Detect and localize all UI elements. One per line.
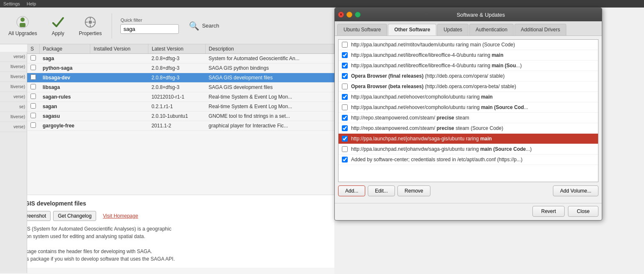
sidebar-item: se) <box>0 102 27 112</box>
repo-list-item[interactable]: http://ppa.launchpad.net/libreoffice/lib… <box>339 61 598 71</box>
repo-checkbox[interactable] <box>342 157 348 162</box>
repo-checkbox[interactable] <box>342 94 348 100</box>
row-status <box>27 121 39 131</box>
repo-checkbox[interactable] <box>342 84 348 89</box>
col-desc: Description <box>205 44 334 54</box>
sidebar-item: verse) <box>0 52 27 62</box>
tab-updates[interactable]: Updates <box>437 24 468 36</box>
repo-list-item[interactable]: Opera Browser (final releases) (http://d… <box>339 71 598 81</box>
table-row[interactable]: libsaga-dev 2.0.8+dfsg-3 SAGA GIS develo… <box>27 73 334 83</box>
get-changelog-button[interactable]: Get Changelog <box>53 211 96 221</box>
all-upgrades-label: All Upgrades <box>8 30 37 36</box>
table-row[interactable]: sagasu 2.0.10-1ubuntu1 GNOME tool to fin… <box>27 112 334 121</box>
row-latest-version: 10212010-r1-1 <box>148 92 205 102</box>
repo-url-text: http://repo.steampowered.com/steam/ prec… <box>351 125 503 131</box>
dialog-content: http://ppa.launchpad.net/mtitov/taudem/u… <box>335 36 602 203</box>
search-button[interactable]: 🔍 Search <box>182 18 226 33</box>
row-package-name: libsaga-dev <box>39 73 90 83</box>
repo-list-item[interactable]: http://repo.steampowered.com/steam/ prec… <box>339 123 598 134</box>
row-package-name: sagan <box>39 102 90 112</box>
row-description: Real-time System & Event Log Mon... <box>205 102 334 112</box>
toolbar-separator <box>112 13 112 38</box>
repo-checkbox[interactable] <box>342 73 348 79</box>
all-upgrades-button[interactable]: All Upgrades <box>3 13 42 39</box>
repo-list-item[interactable]: http://ppa.launchpad.net/libreoffice/lib… <box>339 50 598 61</box>
row-checkbox[interactable] <box>31 55 36 61</box>
sidebar-item: verse) <box>0 122 27 132</box>
row-checkbox[interactable] <box>31 113 36 118</box>
tab-other-software[interactable]: Other Software <box>388 24 436 36</box>
tab-authentication[interactable]: Authentication <box>469 24 514 36</box>
repo-list-item[interactable]: http://ppa.launchpad.net/johanvdw/saga-g… <box>339 134 598 144</box>
sidebar-item: ltiverse) <box>0 72 27 82</box>
repo-list-item[interactable]: http://ppa.launchpad.net/ehoover/comphol… <box>339 102 598 113</box>
row-status <box>27 112 39 121</box>
repo-checkbox[interactable] <box>342 136 348 142</box>
col-latest: Latest Version <box>148 44 205 54</box>
left-sidebar: verse) ltiverse) ltiverse) ltiverse) ver… <box>0 52 27 195</box>
repo-url-text: http://repo.steampowered.com/steam/ prec… <box>351 115 469 121</box>
properties-button[interactable]: Properties <box>74 13 107 39</box>
table-row[interactable]: saga 2.0.8+dfsg-3 System for Automated G… <box>27 54 334 63</box>
row-checkbox[interactable] <box>31 84 36 89</box>
row-checkbox[interactable] <box>31 74 36 80</box>
repo-checkbox[interactable] <box>342 125 348 131</box>
row-checkbox[interactable] <box>31 103 36 109</box>
repo-checkbox[interactable] <box>342 63 348 68</box>
all-upgrades-icon <box>16 15 29 29</box>
toolbar: All Upgrades Apply <box>0 8 334 44</box>
dialog-close-button[interactable]: ✕ <box>338 12 344 18</box>
repo-url-text: http://ppa.launchpad.net/johanvdw/saga-g… <box>351 146 532 152</box>
dialog-minimize-button[interactable] <box>346 12 352 18</box>
dialog-actions: Add... Edit... Remove Add Volume... <box>338 185 598 196</box>
table-row[interactable]: sagan 0.2.1.r1-1 Real-time System & Even… <box>27 102 334 112</box>
properties-label: Properties <box>79 30 102 36</box>
apply-button[interactable]: Apply <box>46 13 71 39</box>
table-row[interactable]: gargoyle-free 2011.1-2 graphical player … <box>27 121 334 131</box>
row-status <box>27 54 39 63</box>
repo-checkbox[interactable] <box>342 42 348 48</box>
repo-url-text: http://ppa.launchpad.net/ehoover/comphol… <box>351 104 528 110</box>
add-volume-button[interactable]: Add Volume... <box>553 185 598 196</box>
repo-checkbox[interactable] <box>342 146 348 152</box>
repo-list-item[interactable]: http://repo.steampowered.com/steam/ prec… <box>339 113 598 123</box>
table-row[interactable]: sagan-rules 10212010-r1-1 Real-time Syst… <box>27 92 334 102</box>
repo-checkbox[interactable] <box>342 52 348 58</box>
close-button[interactable]: Close <box>568 206 598 217</box>
row-installed-version <box>90 102 148 112</box>
edit-repo-button[interactable]: Edit... <box>368 185 395 196</box>
repo-list-item[interactable]: Added by software-center; credentials st… <box>339 155 598 165</box>
dialog-maximize-button[interactable] <box>355 12 361 18</box>
search-icon: 🔍 <box>189 21 199 31</box>
add-repo-button[interactable]: Add... <box>338 185 365 196</box>
menu-help[interactable]: Help <box>27 1 36 6</box>
row-latest-version: 0.2.1.r1-1 <box>148 102 205 112</box>
visit-homepage-button[interactable]: Visit Homepage <box>99 211 143 221</box>
row-description: Real-time System & Event Log Mon... <box>205 92 334 102</box>
software-updates-dialog: ✕ Software & Updates Ubuntu Software Oth… <box>334 8 602 221</box>
repo-list-item[interactable]: http://ppa.launchpad.net/johanvdw/saga-g… <box>339 144 598 155</box>
repo-list-item[interactable]: http://ppa.launchpad.net/mtitov/taudem/u… <box>339 40 598 50</box>
row-checkbox[interactable] <box>31 94 36 99</box>
repo-list-item[interactable]: http://ppa.launchpad.net/ehoover/comphol… <box>339 92 598 102</box>
repo-checkbox[interactable] <box>342 115 348 121</box>
repo-list-item[interactable]: Opera Browser (beta releases) (http://de… <box>339 81 598 92</box>
repo-checkbox[interactable] <box>342 104 348 110</box>
table-row[interactable]: libsaga 2.0.8+dfsg-3 SAGA GIS developmen… <box>27 83 334 92</box>
revert-button[interactable]: Revert <box>532 206 565 217</box>
col-package: Package <box>39 44 90 54</box>
quick-filter-input[interactable] <box>120 24 179 34</box>
table-row[interactable]: python-saga 2.0.8+dfsg-3 SAGA GIS python… <box>27 63 334 73</box>
row-checkbox[interactable] <box>31 65 36 70</box>
menu-settings[interactable]: Settings <box>3 1 20 6</box>
tab-additional-drivers[interactable]: Additional Drivers <box>514 24 566 36</box>
row-checkbox[interactable] <box>31 122 36 128</box>
repo-url-text: http://ppa.launchpad.net/johanvdw/saga-g… <box>351 136 492 142</box>
tab-ubuntu-software[interactable]: Ubuntu Software <box>337 24 387 36</box>
row-installed-version <box>90 92 148 102</box>
sidebar-item: ltiverse) <box>0 82 27 92</box>
remove-repo-button[interactable]: Remove <box>397 185 430 196</box>
package-table-container: S Package Installed Version Latest Versi… <box>27 44 334 195</box>
row-installed-version <box>90 83 148 92</box>
info-panel: SAGA GIS development files Get Screensho… <box>0 195 334 268</box>
